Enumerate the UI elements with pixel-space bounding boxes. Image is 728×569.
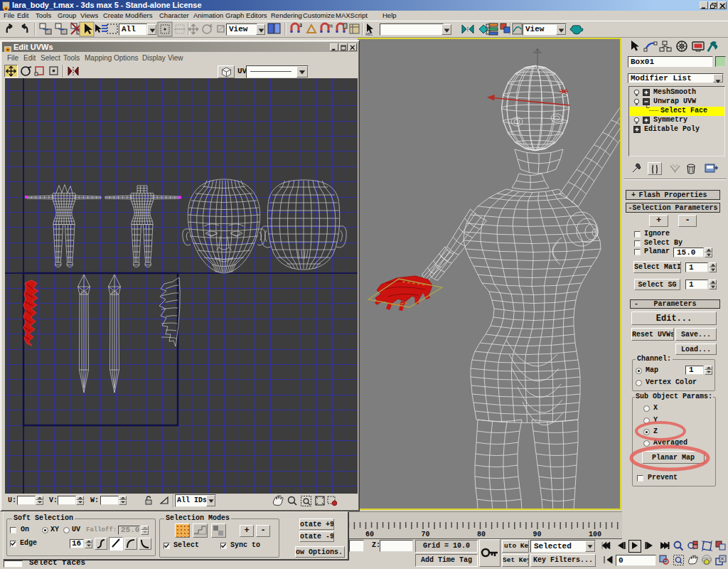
svg-text:ABC: ABC bbox=[365, 32, 373, 36]
svg-text:%: % bbox=[328, 23, 333, 28]
svg-text:3: 3 bbox=[299, 23, 302, 28]
